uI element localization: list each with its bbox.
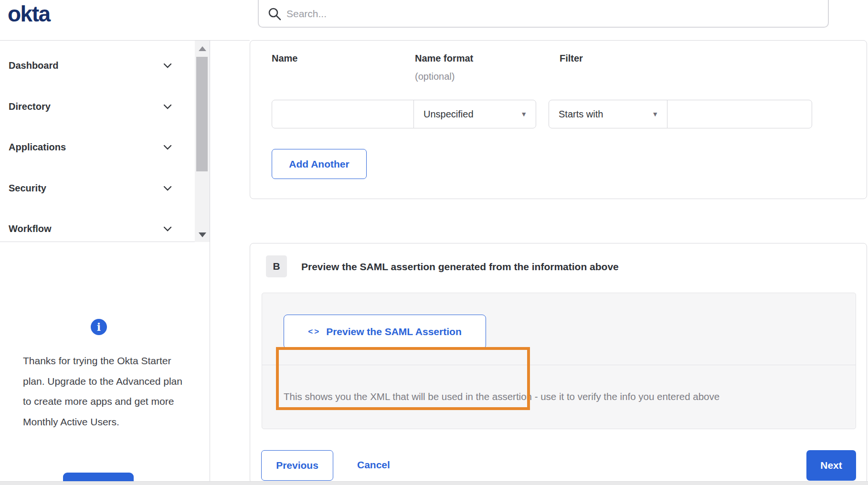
search-icon — [267, 7, 282, 21]
cancel-link[interactable]: Cancel — [357, 459, 390, 471]
sidebar-item-directory[interactable]: Directory — [0, 93, 193, 120]
filter-column-label: Filter — [560, 53, 583, 64]
sidebar-item-label: Workflow — [9, 223, 52, 234]
sidebar-item-label: Directory — [9, 101, 51, 112]
chevron-down-icon — [163, 186, 172, 191]
chevron-down-icon — [163, 63, 172, 68]
sidebar-item-security[interactable]: Security — [0, 175, 193, 201]
global-search[interactable] — [258, 0, 829, 28]
filter-type-selected-value: Starts with — [559, 109, 603, 120]
filter-type-select[interactable]: Starts with ▼ — [549, 100, 667, 128]
preview-panel: <> Preview the SAML Assertion This shows… — [262, 293, 856, 429]
sidebar: Dashboard Directory Applications Securit… — [0, 41, 210, 485]
step-b-badge: B — [266, 255, 287, 277]
okta-admin-window: okta Dashboard Directory Appli — [0, 0, 868, 485]
chevron-down-icon — [163, 145, 172, 150]
upgrade-message: Thanks for trying the Okta Starter plan.… — [23, 351, 190, 432]
sidebar-item-applications[interactable]: Applications — [0, 134, 193, 160]
next-button[interactable]: Next — [806, 450, 856, 481]
scrollbar-thumb[interactable] — [196, 57, 208, 171]
sidebar-scrollbar[interactable] — [195, 41, 210, 242]
dropdown-caret-icon: ▼ — [520, 111, 527, 117]
sidebar-item-label: Applications — [9, 142, 66, 153]
sidebar-item-dashboard[interactable]: Dashboard — [0, 52, 193, 79]
scroll-down-arrow-icon[interactable] — [199, 232, 206, 237]
attribute-statements-card: Name Name format (optional) Filter Unspe… — [250, 40, 867, 199]
filter-value-field[interactable] — [667, 100, 812, 128]
horizontal-scrollbar-track[interactable] — [0, 481, 868, 485]
scroll-up-arrow-icon[interactable] — [199, 46, 206, 51]
preview-description: This shows you the XML that will be used… — [284, 391, 720, 402]
sidebar-item-label: Dashboard — [9, 60, 58, 71]
previous-button[interactable]: Previous — [261, 450, 333, 481]
name-format-select[interactable]: Unspecified ▼ — [413, 100, 536, 128]
name-field[interactable] — [272, 100, 414, 128]
sidebar-item-label: Security — [9, 183, 46, 194]
okta-logo: okta — [8, 0, 50, 28]
preview-panel-button-area: <> Preview the SAML Assertion — [262, 293, 856, 365]
sidebar-nav: Dashboard Directory Applications Securit… — [0, 41, 210, 242]
add-another-button[interactable]: Add Another — [272, 149, 367, 179]
chevron-down-icon — [163, 226, 172, 232]
search-input[interactable] — [286, 8, 802, 20]
preview-saml-assertion-button[interactable]: <> Preview the SAML Assertion — [284, 315, 486, 349]
name-format-selected-value: Unspecified — [423, 109, 474, 120]
preview-assertion-card: B Preview the SAML assertion generated f… — [250, 243, 867, 484]
code-brackets-icon: <> — [308, 327, 320, 337]
name-column-label: Name — [272, 53, 297, 64]
name-format-column-label: Name format — [415, 53, 473, 64]
preview-section-title: Preview the SAML assertion generated fro… — [301, 261, 619, 273]
dropdown-caret-icon: ▼ — [652, 111, 658, 117]
name-format-optional-hint: (optional) — [415, 71, 455, 82]
chevron-down-icon — [163, 104, 172, 109]
info-icon: i — [91, 319, 107, 335]
sidebar-item-workflow[interactable]: Workflow — [0, 215, 193, 242]
preview-button-label: Preview the SAML Assertion — [326, 326, 462, 337]
